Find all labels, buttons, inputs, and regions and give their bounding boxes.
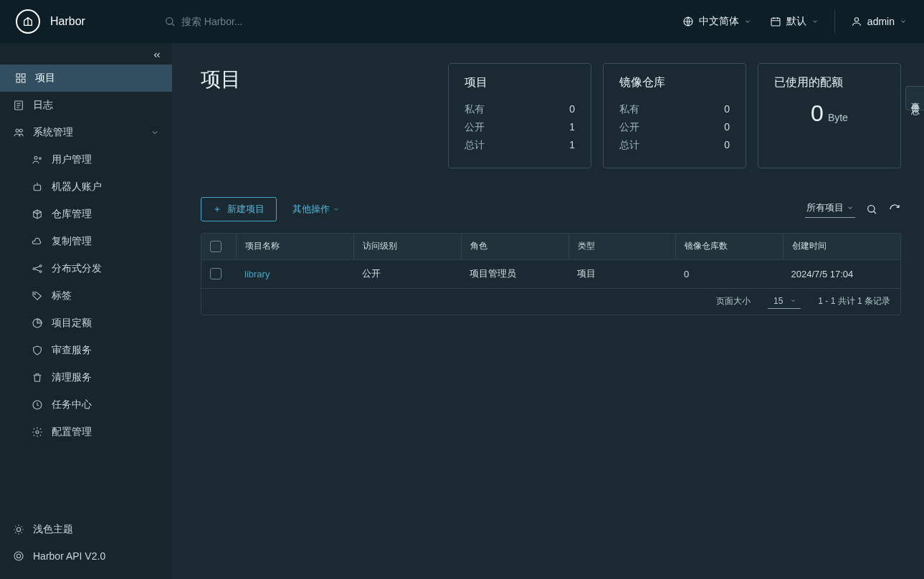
page-size-label: 页面大小: [716, 295, 751, 307]
registry-icon: [32, 209, 43, 220]
svg-point-17: [34, 294, 35, 295]
sidebar-item-replication[interactable]: 复制管理: [0, 228, 172, 255]
button-label: 新建项目: [227, 203, 265, 216]
user-icon: [851, 16, 862, 27]
search-input[interactable]: [181, 16, 325, 27]
sidebar-item-projects[interactable]: 项目: [0, 64, 172, 92]
search-button[interactable]: [865, 203, 878, 216]
svg-point-0: [166, 18, 173, 24]
th-access[interactable]: 访问级别: [353, 234, 461, 259]
distribution-icon: [32, 263, 43, 274]
summary-cards: 项目 私有0 公开1 总计1 镜像仓库 私有0 公开0 总计0 已使用的配额 0…: [448, 63, 901, 168]
card-title: 镜像仓库: [619, 75, 730, 90]
project-filter-select[interactable]: 所有项目: [805, 200, 855, 218]
robot-icon: [32, 181, 43, 193]
actions-right: 所有项目: [805, 200, 901, 218]
sidebar-item-registries[interactable]: 仓库管理: [0, 201, 172, 228]
other-actions-dropdown[interactable]: 其他操作: [292, 203, 340, 216]
topbar-right: 中文简体 默认 admin: [680, 9, 910, 34]
trash-icon: [32, 372, 43, 383]
th-created[interactable]: 创建时间: [783, 234, 900, 259]
language-selector[interactable]: 中文简体: [680, 11, 754, 32]
sidebar-item-admin[interactable]: 系统管理: [0, 119, 172, 146]
th-repo-count[interactable]: 镜像仓库数: [675, 234, 783, 259]
sun-icon: [13, 524, 24, 535]
th-name[interactable]: 项目名称: [236, 234, 353, 259]
sidebar-item-robot-accounts[interactable]: 机器人账户: [0, 173, 172, 201]
sidebar-item-distribution[interactable]: 分布式分发: [0, 255, 172, 282]
label: 公开: [619, 118, 639, 136]
svg-rect-5: [22, 74, 25, 77]
svg-rect-13: [34, 185, 40, 190]
sidebar-item-label: 项目: [35, 72, 55, 85]
tasks-icon: [32, 399, 43, 411]
project-name-link[interactable]: library: [244, 269, 270, 279]
label: 公开: [465, 118, 485, 136]
shield-icon: [32, 345, 43, 356]
topbar: Harbor 中文简体 默认 admin: [0, 0, 924, 43]
sidebar-item-label: 仓库管理: [52, 208, 92, 221]
card-title: 已使用的配额: [774, 75, 885, 90]
sidebar-item-interrogation[interactable]: 审查服务: [0, 337, 172, 364]
svg-point-12: [39, 158, 42, 160]
plus-icon: [213, 205, 222, 214]
cell-type: 项目: [568, 260, 676, 288]
sidebar-item-logs[interactable]: 日志: [0, 92, 172, 119]
th-role[interactable]: 角色: [461, 234, 568, 259]
row-checkbox[interactable]: [210, 268, 222, 279]
table-header: 项目名称 访问级别 角色 类型 镜像仓库数 创建时间: [201, 234, 900, 259]
theme-toggle[interactable]: 浅色主题: [0, 516, 172, 543]
sidebar-item-label: 复制管理: [52, 235, 92, 248]
card-projects: 项目 私有0 公开1 总计1: [448, 63, 591, 168]
projects-table: 项目名称 访问级别 角色 类型 镜像仓库数 创建时间 library 公开 项目…: [201, 233, 901, 315]
chevron-down-icon: [744, 18, 751, 25]
sidebar-item-config[interactable]: 配置管理: [0, 418, 172, 446]
svg-point-23: [868, 205, 875, 211]
svg-rect-7: [22, 79, 25, 82]
refresh-button[interactable]: [888, 203, 901, 216]
search-box[interactable]: [164, 16, 325, 27]
svg-rect-6: [16, 79, 20, 82]
sidebar-item-jobservice[interactable]: 任务中心: [0, 391, 172, 418]
svg-point-3: [854, 18, 858, 21]
sidebar-item-label: 项目定额: [52, 317, 92, 330]
card-repos: 镜像仓库 私有0 公开0 总计0: [603, 63, 746, 168]
sidebar-footer: 浅色主题 Harbor API V2.0: [0, 516, 172, 579]
user-menu[interactable]: admin: [848, 11, 910, 32]
new-project-button[interactable]: 新建项目: [201, 197, 277, 221]
api-link[interactable]: Harbor API V2.0: [0, 543, 172, 569]
label: 私有: [465, 100, 485, 118]
date-mode-selector[interactable]: 默认: [767, 11, 821, 32]
sidebar-item-label: 任务中心: [52, 398, 92, 411]
sidebar-item-label: 日志: [33, 99, 53, 112]
chevron-down-icon: [847, 204, 854, 211]
quota-unit: Byte: [828, 112, 848, 123]
sidebar-item-labels[interactable]: 标签: [0, 282, 172, 310]
shell: 项目 日志 系统管理 用户管理 机器人账户 仓库管理: [0, 43, 924, 579]
value: 0: [569, 100, 575, 118]
sidebar-item-gc[interactable]: 清理服务: [0, 364, 172, 391]
globe-icon: [682, 16, 694, 27]
sidebar-item-quotas[interactable]: 项目定额: [0, 310, 172, 337]
value: 0: [724, 118, 730, 136]
user-name: admin: [867, 16, 895, 27]
events-log-tab[interactable]: 事件日志: [905, 86, 924, 110]
th-type[interactable]: 类型: [568, 234, 676, 259]
label: 私有: [619, 100, 639, 118]
sidebar-item-users[interactable]: 用户管理: [0, 146, 172, 173]
svg-point-20: [36, 431, 39, 434]
sidebar-collapse-button[interactable]: [0, 43, 172, 64]
value: 0: [724, 100, 730, 118]
select-all-checkbox[interactable]: [210, 241, 222, 252]
link-label: 其他操作: [292, 203, 330, 216]
chevron-down-icon: [900, 18, 907, 25]
divider: [834, 9, 835, 34]
value: 1: [569, 136, 575, 154]
svg-point-14: [33, 268, 35, 270]
label: 总计: [619, 136, 639, 154]
value: 0: [724, 136, 730, 154]
svg-point-22: [14, 552, 23, 560]
page-size-select[interactable]: 15: [768, 295, 801, 309]
chevron-down-icon: [790, 297, 796, 304]
card-quota: 已使用的配额 0 Byte: [758, 63, 901, 168]
